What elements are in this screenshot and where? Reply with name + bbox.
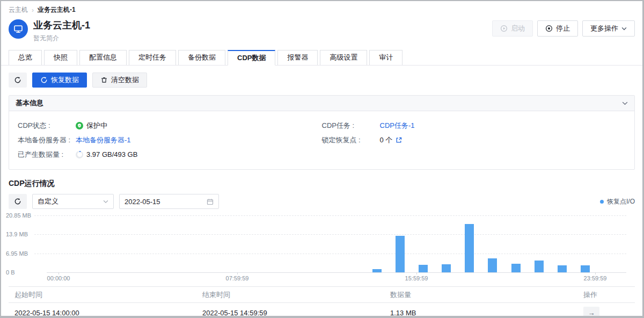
field-local-backup-server: 本地备份服务器 : 本地备份服务器-1 xyxy=(18,133,322,147)
chart-legend[interactable]: 恢复点I/O xyxy=(600,197,635,206)
detail-tabs: 总览 快照 配置信息 定时任务 备份数据 CDP数据 报警器 高级设置 审计 xyxy=(1,50,642,66)
time-range-select[interactable]: 自定义 xyxy=(32,194,114,209)
page-header: 云主机 › 业务云主机-1 业务云主机-1 暂无简介 xyxy=(1,1,642,43)
x-axis-tick xyxy=(58,272,59,274)
field-cdp-task: CDP任务 : CDP任务-1 xyxy=(322,118,626,133)
chart-bar[interactable] xyxy=(535,261,544,272)
cdp-task-link[interactable]: CDP任务-1 xyxy=(380,121,415,131)
chart-gridline xyxy=(34,234,626,235)
chart-bar[interactable] xyxy=(396,236,405,272)
trash-icon xyxy=(100,76,108,84)
y-axis-label: 13.9 MB xyxy=(6,230,28,238)
legend-dot-icon xyxy=(600,200,604,204)
breadcrumb: 云主机 › 业务云主机-1 xyxy=(9,5,635,15)
table-header: 起始时间 结束时间 数据量 操作 xyxy=(9,286,635,303)
tab-audit[interactable]: 审计 xyxy=(369,50,402,65)
y-axis-label: 0 B xyxy=(6,268,15,277)
x-axis-tick xyxy=(237,272,238,274)
restore-icon xyxy=(40,76,48,84)
table-row: 2022-05-15 14:00:00 2022-05-15 14:59:59 … xyxy=(9,303,635,318)
cdp-status-value: 保护中 xyxy=(86,121,107,131)
local-backup-server-link[interactable]: 本地备份服务器-1 xyxy=(76,135,131,145)
page-subtitle: 暂无简介 xyxy=(33,34,90,43)
chart-bar[interactable] xyxy=(372,269,382,272)
refresh-icon xyxy=(14,198,21,205)
x-axis-label: 00:00:00 xyxy=(47,275,70,281)
restore-data-button[interactable]: 恢复数据 xyxy=(32,73,87,88)
col-actions: 操作 xyxy=(577,290,635,300)
col-end-time: 结束时间 xyxy=(196,290,384,300)
field-locked-recovery-points: 锁定恢复点 : 0 个 xyxy=(322,133,626,147)
page-title: 业务云主机-1 xyxy=(33,19,90,31)
usage-donut-icon xyxy=(76,151,83,158)
breadcrumb-item-current: 业务云主机-1 xyxy=(38,5,76,15)
chart-bar[interactable] xyxy=(511,264,521,272)
chart-gridline xyxy=(34,254,626,254)
tab-backup-data[interactable]: 备份数据 xyxy=(178,50,225,65)
field-generated-data: 已产生数据量 : 3.97 GB/493 GB xyxy=(18,147,322,162)
generated-data-value: 3.97 GB/493 GB xyxy=(86,150,137,158)
go-to-row-button[interactable]: → xyxy=(583,307,599,318)
chart-bar[interactable] xyxy=(488,258,497,272)
chart-bar[interactable] xyxy=(581,265,590,272)
tab-cdp-data[interactable]: CDP数据 xyxy=(228,50,275,66)
arrow-right-icon: → xyxy=(588,309,595,317)
cdp-toolbar: 恢复数据 清空数据 xyxy=(9,73,635,88)
cdp-runtime-title: CDP运行情况 xyxy=(9,179,635,189)
tab-alarms[interactable]: 报警器 xyxy=(277,50,318,65)
protection-status-icon xyxy=(76,122,83,129)
external-link-icon[interactable] xyxy=(396,137,402,143)
stop-circle-icon xyxy=(545,25,553,32)
play-circle-icon xyxy=(500,25,508,32)
chart-x-axis xyxy=(47,272,626,273)
calendar-icon xyxy=(207,198,214,205)
chart-bar[interactable] xyxy=(419,265,428,272)
col-data-size: 数据量 xyxy=(384,290,577,300)
date-picker[interactable]: 2022-05-15 xyxy=(119,194,219,209)
stop-button[interactable]: 停止 xyxy=(537,20,578,37)
chart-controls: 自定义 2022-05-15 恢复点I/O xyxy=(9,194,635,209)
cell-start-time: 2022-05-15 14:00:00 xyxy=(9,309,196,317)
chart-bar[interactable] xyxy=(558,265,567,272)
tab-scheduled-tasks[interactable]: 定时任务 xyxy=(129,50,176,65)
x-axis-label: 15:59:59 xyxy=(405,275,428,281)
chart-bar[interactable] xyxy=(442,264,451,272)
more-actions-button[interactable]: 更多操作 xyxy=(582,20,635,37)
basic-info-panel: 基本信息 CDP状态 : xyxy=(9,95,635,170)
locked-recovery-points-value: 0 个 xyxy=(380,135,393,145)
tab-advanced-settings[interactable]: 高级设置 xyxy=(320,50,367,65)
tab-overview[interactable]: 总览 xyxy=(9,50,42,65)
chart-gridline xyxy=(34,215,626,216)
legend-label: 恢复点I/O xyxy=(607,197,635,206)
recovery-points-table: 起始时间 结束时间 数据量 操作 2022-05-15 14:00:00 202… xyxy=(9,286,635,318)
basic-info-header[interactable]: 基本信息 xyxy=(9,96,634,111)
x-axis-label: 07:59:59 xyxy=(226,275,249,281)
collapse-chevron-icon[interactable] xyxy=(622,102,628,105)
basic-info-title: 基本信息 xyxy=(16,98,43,108)
y-axis-label: 6.95 MB xyxy=(6,249,28,258)
monitor-icon xyxy=(13,24,24,34)
tab-snapshots[interactable]: 快照 xyxy=(44,50,77,65)
col-start-time: 起始时间 xyxy=(9,290,196,300)
cloud-vm-detail-page: 云主机 › 业务云主机-1 业务云主机-1 暂无简介 xyxy=(0,0,644,318)
cell-end-time: 2022-05-15 14:59:59 xyxy=(196,309,384,317)
refresh-button[interactable] xyxy=(9,73,27,88)
breadcrumb-item-vms[interactable]: 云主机 xyxy=(9,5,28,15)
vm-avatar xyxy=(9,19,28,39)
x-axis-tick xyxy=(595,272,596,274)
field-cdp-status: CDP状态 : 保护中 xyxy=(18,118,322,133)
cdp-chart: 0 B6.95 MB13.9 MB20.85 MB00:00:0007:59:5… xyxy=(1,211,644,283)
chart-refresh-button[interactable] xyxy=(9,194,27,209)
start-button[interactable]: 启动 xyxy=(492,20,533,37)
y-axis-label: 20.85 MB xyxy=(6,211,31,220)
tab-config-info[interactable]: 配置信息 xyxy=(79,50,127,65)
cell-data-size: 1.13 MB xyxy=(384,309,577,317)
x-axis-tick xyxy=(416,272,417,274)
clear-data-button[interactable]: 清空数据 xyxy=(92,73,147,88)
x-axis-label: 23:59:59 xyxy=(584,275,607,281)
chart-bar[interactable] xyxy=(465,224,474,272)
refresh-icon xyxy=(14,76,21,84)
chevron-down-icon xyxy=(621,27,627,31)
chevron-down-icon xyxy=(103,200,108,204)
breadcrumb-separator: › xyxy=(32,6,34,14)
